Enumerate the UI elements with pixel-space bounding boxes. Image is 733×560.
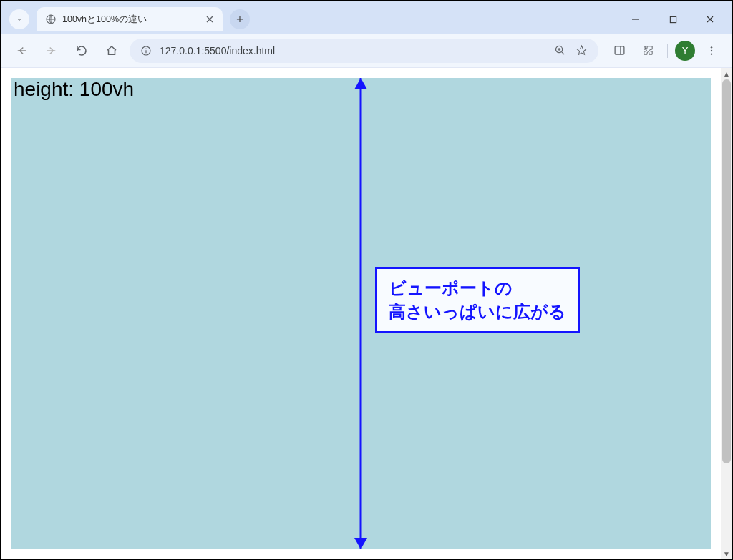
window-maximize-button[interactable] bbox=[656, 8, 689, 31]
page-content: height: 100vh ビューポートの 高さいっぱいに広がる bbox=[1, 68, 721, 559]
star-icon bbox=[576, 44, 588, 57]
profile-avatar[interactable]: Y bbox=[675, 41, 695, 61]
url-text: 127.0.0.1:5500/index.html bbox=[160, 45, 545, 57]
side-panel-button[interactable] bbox=[607, 39, 631, 63]
browser-window: 100vhと100%の違い bbox=[0, 0, 733, 560]
annotation-arrow-head-down-icon bbox=[354, 538, 367, 549]
scroll-up-button[interactable]: ▲ bbox=[721, 68, 732, 79]
reload-icon bbox=[75, 44, 88, 57]
magnifier-plus-icon bbox=[554, 44, 566, 57]
globe-icon bbox=[45, 14, 57, 25]
tabs-dropdown-button[interactable] bbox=[9, 9, 29, 29]
vertical-scrollbar[interactable]: ▲ ▼ bbox=[721, 68, 732, 559]
scrollbar-thumb[interactable] bbox=[722, 79, 731, 463]
toolbar: 127.0.0.1:5500/index.html Y bbox=[1, 34, 732, 68]
page-viewport: height: 100vh ビューポートの 高さいっぱいに広がる ▲ ▼ bbox=[1, 68, 732, 559]
close-icon bbox=[706, 15, 714, 24]
scrollbar-track[interactable] bbox=[721, 79, 732, 548]
tab-title: 100vhと100%の違い bbox=[62, 14, 198, 26]
toolbar-right: Y bbox=[607, 39, 724, 63]
svg-point-8 bbox=[711, 53, 712, 54]
svg-rect-1 bbox=[670, 16, 676, 22]
demo-box: height: 100vh ビューポートの 高さいっぱいに広がる bbox=[11, 78, 711, 549]
toolbar-divider bbox=[667, 44, 668, 58]
maximize-icon bbox=[669, 16, 677, 24]
nav-back-button[interactable] bbox=[9, 39, 34, 63]
avatar-initial: Y bbox=[682, 45, 689, 56]
address-bar[interactable]: 127.0.0.1:5500/index.html bbox=[130, 39, 598, 63]
chevron-down-icon bbox=[15, 15, 24, 24]
scroll-down-button[interactable]: ▼ bbox=[721, 548, 732, 559]
home-icon bbox=[105, 44, 118, 57]
extensions-button[interactable] bbox=[636, 39, 660, 63]
arrow-left-icon bbox=[15, 44, 28, 57]
demo-label: height: 100vh bbox=[14, 78, 134, 101]
annotation-arrow-line bbox=[360, 78, 362, 549]
window-controls bbox=[619, 5, 727, 34]
side-panel-icon bbox=[613, 44, 626, 57]
nav-forward-button[interactable] bbox=[39, 39, 64, 63]
svg-point-3 bbox=[145, 48, 147, 49]
new-tab-button[interactable] bbox=[230, 9, 250, 29]
minimize-icon bbox=[631, 15, 640, 24]
chrome-menu-button[interactable] bbox=[699, 39, 724, 63]
annotation-arrow-head-up-icon bbox=[354, 78, 367, 89]
arrow-right-icon bbox=[45, 44, 58, 57]
nav-reload-button[interactable] bbox=[69, 39, 94, 63]
tab-close-button[interactable] bbox=[204, 14, 215, 25]
annotation-callout: ビューポートの 高さいっぱいに広がる bbox=[375, 267, 580, 333]
window-close-button[interactable] bbox=[694, 8, 727, 31]
window-minimize-button[interactable] bbox=[619, 8, 652, 31]
browser-tab[interactable]: 100vhと100%の違い bbox=[37, 7, 223, 31]
svg-point-6 bbox=[711, 46, 712, 48]
puzzle-icon bbox=[642, 44, 654, 57]
info-icon bbox=[140, 45, 152, 57]
bookmark-button[interactable] bbox=[574, 44, 588, 58]
zoom-button[interactable] bbox=[553, 44, 567, 58]
site-info-button[interactable] bbox=[140, 44, 152, 57]
kebab-icon bbox=[706, 45, 717, 57]
svg-rect-5 bbox=[615, 46, 624, 54]
close-icon bbox=[206, 16, 213, 23]
tab-bar: 100vhと100%の違い bbox=[1, 1, 732, 34]
nav-home-button[interactable] bbox=[99, 39, 124, 63]
svg-point-7 bbox=[711, 49, 712, 51]
plus-icon bbox=[235, 14, 245, 24]
